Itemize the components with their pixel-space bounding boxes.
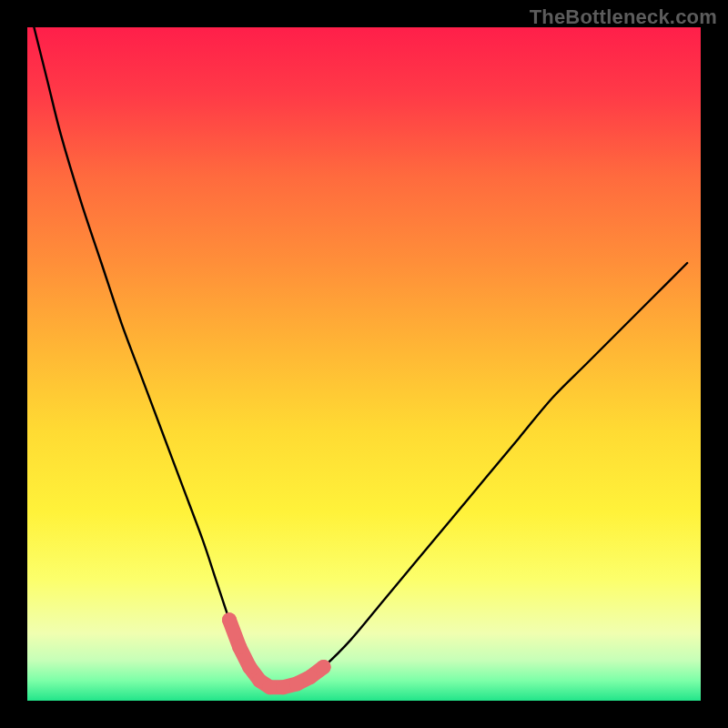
marker-group (222, 612, 331, 694)
bottleneck-curve (34, 27, 687, 688)
marker-dot (276, 680, 290, 694)
marker-dot (317, 660, 331, 674)
marker-dot (289, 677, 304, 692)
marker-dot (262, 680, 277, 694)
marker-dot (222, 612, 237, 627)
plot-area (27, 27, 701, 701)
marker-dot (242, 660, 257, 674)
watermark-text: TheBottleneck.com (530, 5, 717, 29)
marker-dot (232, 640, 247, 654)
chart-frame: TheBottleneck.com (0, 0, 728, 728)
curve-layer (27, 27, 701, 701)
marker-dot (303, 670, 318, 684)
